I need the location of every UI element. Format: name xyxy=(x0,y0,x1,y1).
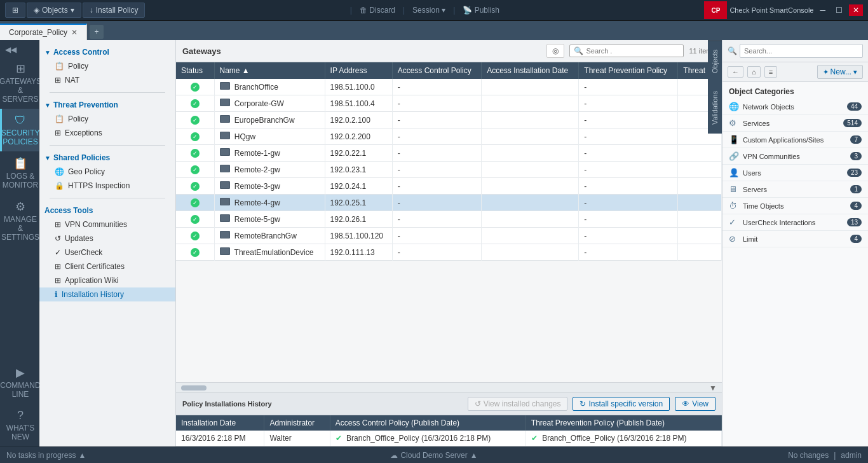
cell-tp-policy: - xyxy=(579,178,678,195)
publish-button[interactable]: 📡 Publish xyxy=(463,6,499,15)
cell-tp-policy: ✔ Branch_Office_Policy (16/3/2016 2:18 P… xyxy=(526,431,721,446)
objects-button[interactable]: ◈ Objects ▾ xyxy=(27,3,81,18)
install-policy-button[interactable]: ↓ Install Policy xyxy=(83,3,146,18)
install-history-label: Installation History xyxy=(62,290,124,299)
validations-tab[interactable]: Validations xyxy=(708,82,722,134)
collapse-button[interactable]: ◀◀ xyxy=(3,43,19,57)
search-icon: 🔍 xyxy=(574,46,583,55)
minimize-button[interactable]: ─ xyxy=(816,4,829,16)
table-row[interactable]: ✓ Corporate-GW 198.51.100.4 - - xyxy=(176,95,722,112)
policy-history-title: Policy Installations History xyxy=(182,400,463,408)
category-item[interactable]: 📱 Custom Applications/Sites 7 xyxy=(722,132,868,148)
nav-nat[interactable]: ⊞ NAT xyxy=(39,73,175,87)
category-icon: ✓ xyxy=(729,218,739,227)
table-row[interactable]: ✓ Remote-5-gw 192.0.26.1 - - xyxy=(176,211,722,228)
check-icon: ✔ xyxy=(336,434,342,443)
shared-policies-header[interactable]: ▼ Shared Policies xyxy=(39,151,175,165)
cloud-arrow-icon[interactable]: ▲ xyxy=(470,451,478,460)
table-row[interactable]: ✓ Remote-1-gw 192.0.22.1 - - xyxy=(176,145,722,162)
task-status: No tasks in progress xyxy=(6,451,76,460)
view-installed-button[interactable]: ↺ View installed changes xyxy=(468,397,568,411)
sidebar-item-security[interactable]: 🛡 SECURITY POLICIES xyxy=(0,109,39,151)
tab-corporate-policy[interactable]: Corporate_Policy ✕ xyxy=(0,24,87,40)
sidebar-item-gateways[interactable]: ⊞ GATEWAYS & SERVERS xyxy=(0,57,39,109)
gateway-icon xyxy=(220,214,230,222)
table-row[interactable]: ✓ EuropeBranchGw 192.0.2.100 - - xyxy=(176,112,722,128)
nav-https-inspection[interactable]: 🔒 HTTPS Inspection xyxy=(39,179,175,193)
gateways-table-container: Status Name ▲ IP Address Access Control … xyxy=(176,62,722,382)
table-row[interactable]: ✓ Remote-3-gw 192.0.24.1 - - xyxy=(176,178,722,195)
objects-tab[interactable]: Objects xyxy=(708,40,722,82)
category-item[interactable]: ⊘ Limit 4 xyxy=(722,231,868,247)
cell-ac-policy: - xyxy=(392,244,482,261)
history-col-tp: Threat Prevention Policy (Publish Date) xyxy=(526,415,721,431)
table-row[interactable]: ✓ HQgw 192.0.2.200 - - xyxy=(176,128,722,145)
category-count: 23 xyxy=(847,169,862,177)
nav-updates[interactable]: ↺ Updates xyxy=(39,232,175,245)
category-icon: 📱 xyxy=(729,135,739,144)
category-item[interactable]: 👤 Users 23 xyxy=(722,165,868,181)
close-button[interactable]: ✕ xyxy=(849,4,863,16)
title-bar: ⊞ ◈ Objects ▾ ↓ Install Policy | 🗑 Disca… xyxy=(0,0,868,21)
status-icon: ✓ xyxy=(191,165,200,174)
search-input[interactable] xyxy=(586,47,679,55)
table-header-row: Status Name ▲ IP Address Access Control … xyxy=(176,62,722,79)
category-label: Users xyxy=(743,169,847,177)
session-button[interactable]: Session ▾ xyxy=(412,6,445,15)
category-item[interactable]: ⏱ Time Objects 4 xyxy=(722,198,868,214)
rs-list-button[interactable]: ≡ xyxy=(764,66,777,78)
tab-close-icon[interactable]: ✕ xyxy=(71,28,78,37)
category-item[interactable]: 🔗 VPN Communities 3 xyxy=(722,148,868,165)
col-name[interactable]: Name ▲ xyxy=(214,62,325,79)
category-item[interactable]: ✓ UserCheck Interactions 13 xyxy=(722,214,868,231)
scroll-bar[interactable] xyxy=(181,385,207,390)
table-row[interactable]: ✓ Remote-2-gw 192.0.23.1 - - xyxy=(176,162,722,178)
nav-exceptions[interactable]: ⊞ Exceptions xyxy=(39,126,175,140)
maximize-button[interactable]: ☐ xyxy=(832,4,846,16)
cell-ac-date xyxy=(482,211,579,228)
exceptions-label: Exceptions xyxy=(65,128,102,137)
sidebar-item-cmdline[interactable]: ▶ COMMAND LINE xyxy=(0,361,39,404)
refresh-icon: ↺ xyxy=(475,399,481,408)
view-button[interactable]: 👁 View xyxy=(675,397,715,411)
category-item[interactable]: ⚙ Services 514 xyxy=(722,115,868,132)
search-box[interactable]: 🔍 xyxy=(569,45,684,57)
expand-button[interactable]: ▼ xyxy=(704,384,722,392)
install-specific-button[interactable]: ↻ Install specific version xyxy=(573,397,670,411)
nav-vpn-communities[interactable]: ⊞ VPN Communities xyxy=(39,218,175,232)
nav-app-wiki[interactable]: ⊞ Application Wiki xyxy=(39,273,175,287)
gateway-icon xyxy=(220,115,230,123)
rs-search-input[interactable] xyxy=(740,44,863,58)
nav-installation-history[interactable]: ℹ Installation History xyxy=(39,287,175,301)
sidebar-item-manage[interactable]: ⚙ MANAGE & SETTINGS xyxy=(0,195,39,247)
task-arrow-icon[interactable]: ▲ xyxy=(78,451,86,460)
nav-usercheck[interactable]: ✓ UserCheck xyxy=(39,245,175,259)
rs-home-button[interactable]: ⌂ xyxy=(747,66,761,78)
category-item[interactable]: 🖥 Servers 1 xyxy=(722,181,868,198)
sidebar-item-whatsnew[interactable]: ? WHAT'S NEW xyxy=(0,404,39,446)
access-control-header[interactable]: ▼ Access Control xyxy=(39,45,175,59)
app-menu-button[interactable]: ⊞ xyxy=(5,3,25,18)
filter-button[interactable]: ◎ xyxy=(546,44,564,58)
table-row[interactable]: 16/3/2016 2:18 PM Walter ✔ Branch_Office… xyxy=(176,431,722,446)
policy-history-header: Policy Installations History ↺ View inst… xyxy=(176,393,722,415)
category-item[interactable]: 🌐 Network Objects 44 xyxy=(722,99,868,115)
nav-geo-policy[interactable]: 🌐 Geo Policy xyxy=(39,165,175,179)
threat-prevention-header[interactable]: ▼ Threat Prevention xyxy=(39,98,175,112)
table-row[interactable]: ✓ Remote-4-gw 192.0.25.1 - - xyxy=(176,195,722,211)
cell-ac-policy: - xyxy=(392,95,482,112)
nav-tp-policy[interactable]: 📋 Policy xyxy=(39,112,175,126)
table-row[interactable]: ✓ RemoteBranchGw 198.51.100.120 - - xyxy=(176,228,722,244)
cell-tp-policy: - xyxy=(579,162,678,178)
rs-back-button[interactable]: ← xyxy=(728,66,743,78)
category-label: Custom Applications/Sites xyxy=(743,136,850,144)
table-row[interactable]: ✓ BranchOffice 198.51.100.0 - - xyxy=(176,79,722,95)
nav-client-certs[interactable]: ⊞ Client Certificates xyxy=(39,259,175,273)
table-row[interactable]: ✓ ThreatEmulationDevice 192.0.111.13 - - xyxy=(176,244,722,261)
sidebar-item-logs[interactable]: 📋 LOGS & MONITOR xyxy=(0,151,39,195)
rs-new-button[interactable]: ✦ New... ▾ xyxy=(817,65,863,79)
add-tab-button[interactable]: + xyxy=(90,25,104,39)
discard-button[interactable]: 🗑 Discard xyxy=(360,6,395,15)
rs-search-icon: 🔍 xyxy=(728,46,737,55)
nav-ac-policy[interactable]: 📋 Policy xyxy=(39,59,175,73)
